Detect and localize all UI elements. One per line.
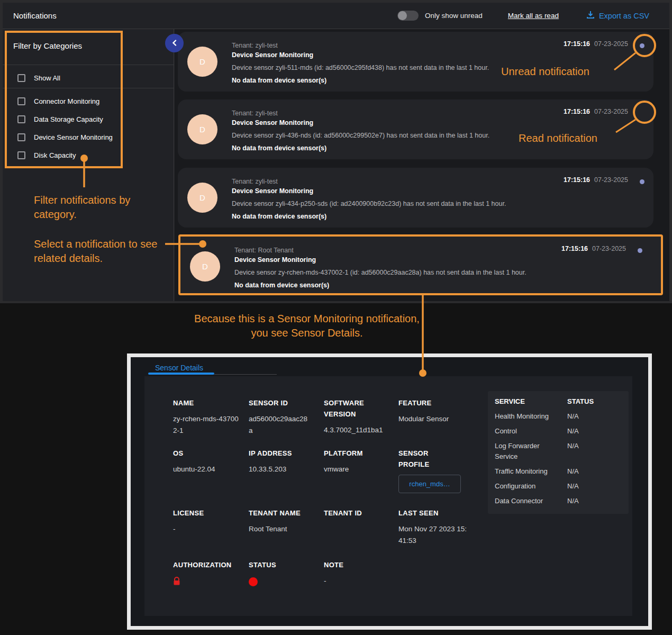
field-label: SENSOR ID <box>249 397 311 409</box>
lock-icon <box>173 577 247 588</box>
filter-connector-monitoring[interactable]: Connector Monitoring <box>17 95 99 107</box>
field-label: SOFTWARE VERSION <box>324 397 376 420</box>
show-all-checkbox[interactable] <box>17 74 25 82</box>
notification-date: 07-23-2025 <box>594 40 628 48</box>
unread-indicator-dot <box>640 43 644 48</box>
field-feature: FEATURE Modular Sensor <box>398 397 473 425</box>
active-tab-underline <box>148 373 214 375</box>
annotation-unread-notification: Unread notification <box>501 65 617 79</box>
service-name: Traffic Monitoring <box>495 466 561 477</box>
field-label: LICENSE <box>173 507 242 519</box>
field-status: STATUS <box>249 559 312 586</box>
field-ip-address: IP ADDRESS 10.33.5.203 <box>249 448 317 475</box>
filter-disk-capacity[interactable]: Disk Capacity <box>17 149 76 161</box>
category-label: Disk Capacity <box>34 151 76 159</box>
notification-date: 07-23-2025 <box>594 108 628 115</box>
show-all-label: Show All <box>34 74 60 82</box>
field-license: LICENSE - <box>173 507 242 535</box>
field-platform: PLATFORM vmware <box>324 448 387 475</box>
field-last-seen: LAST SEEN Mon Nov 27 2023 15:41:53 <box>398 507 468 547</box>
field-label: STATUS <box>249 559 312 570</box>
service-status: N/A <box>567 411 579 422</box>
service-table-header: SERVICE STATUS <box>495 396 629 407</box>
field-value: 4.3.7002_11d1ba1 <box>324 424 376 436</box>
field-label: NAME <box>173 397 242 409</box>
export-csv-label: Export as CSV <box>599 12 649 20</box>
sensor-profile-link[interactable]: rchen_mds… <box>398 475 461 493</box>
service-status-table: SERVICE STATUS Health Monitoring N/A Con… <box>488 391 629 514</box>
filter-show-all[interactable]: Show All <box>17 72 60 84</box>
field-name: NAME zy-rchen-mds-437002-1 <box>173 397 242 437</box>
disk-capacity-checkbox[interactable] <box>17 151 25 159</box>
field-value: zy-rchen-mds-437002-1 <box>173 413 242 437</box>
service-row: Health Monitoring N/A <box>495 411 629 422</box>
filter-device-sensor-monitoring[interactable]: Device Sensor Monitoring <box>17 131 113 143</box>
mark-all-as-read-link[interactable]: Mark all as read <box>508 12 559 20</box>
notification-timestamp: 17:15:16 07-23-2025 <box>564 40 628 48</box>
divider <box>3 65 174 65</box>
field-value: - <box>173 523 242 535</box>
field-label: TENANT ID <box>324 507 387 519</box>
export-csv-button[interactable]: Export as CSV <box>586 11 649 21</box>
field-value: vmware <box>324 464 387 475</box>
notification-row-2[interactable]: D Tenant: zyli-test Device Sensor Monito… <box>178 99 653 159</box>
notification-row-1[interactable]: D Tenant: zyli-test Device Sensor Monito… <box>178 32 653 92</box>
annotation-filter-by-category: Filter notifications by category. <box>34 193 140 222</box>
service-status: N/A <box>567 466 579 477</box>
toggle-knob <box>398 11 407 20</box>
category-label: Device Sensor Monitoring <box>34 133 113 141</box>
notification-row-4-selected[interactable]: D Tenant: Root Tenant Device Sensor Moni… <box>178 234 663 295</box>
collapse-sidebar-button[interactable] <box>165 34 184 52</box>
connector-monitoring-checkbox[interactable] <box>17 97 25 105</box>
field-label: NOTE <box>324 559 387 570</box>
divider <box>3 88 174 88</box>
avatar: D <box>187 114 217 144</box>
tab-sensor-details[interactable]: Sensor Details <box>155 364 203 372</box>
header-controls: Only show unread Mark all as read Export… <box>397 11 649 21</box>
service-status: N/A <box>567 441 579 462</box>
field-label: LAST SEEN <box>398 507 468 519</box>
category-label: Data Storage Capacity <box>34 115 103 123</box>
data-storage-capacity-checkbox[interactable] <box>17 115 25 123</box>
field-value: Mon Nov 27 2023 15:41:53 <box>398 523 468 547</box>
service-column-header: SERVICE <box>495 396 561 407</box>
field-label: SENSOR PROFILE <box>398 448 443 470</box>
service-name: Control <box>495 426 561 437</box>
sensor-details-panel: Sensor Details NAME zy-rchen-mds-437002-… <box>127 353 652 630</box>
field-value: ad56000c29aac28a <box>249 413 311 437</box>
field-label: FEATURE <box>398 397 473 409</box>
avatar: D <box>190 251 220 282</box>
service-row: Control N/A <box>495 426 629 437</box>
device-sensor-monitoring-checkbox[interactable] <box>17 133 25 141</box>
field-os: OS ubuntu-22.04 <box>173 448 242 475</box>
annotation-select-notification: Select a notification to see related det… <box>34 237 166 266</box>
filter-data-storage-capacity[interactable]: Data Storage Capacity <box>17 113 103 125</box>
field-tenant-name: TENANT NAME Root Tenant <box>249 507 317 535</box>
field-value: Root Tenant <box>249 523 317 535</box>
field-tenant-id: TENANT ID <box>324 507 387 523</box>
annotation-read-notification: Read notification <box>519 131 635 146</box>
service-status: N/A <box>567 496 579 506</box>
field-authorization: AUTHORIZATION <box>173 559 247 588</box>
notification-timestamp: 17:15:16 07-23-2025 <box>564 108 628 115</box>
service-status: N/A <box>567 481 579 492</box>
avatar: D <box>187 183 217 213</box>
field-value: 10.33.5.203 <box>249 464 317 475</box>
field-label: AUTHORIZATION <box>173 559 247 570</box>
unread-indicator-dot <box>638 248 642 253</box>
service-row: Log Forwarder Service N/A <box>495 441 629 462</box>
only-show-unread-label: Only show unread <box>425 12 483 20</box>
unread-indicator-dot <box>640 179 644 184</box>
only-show-unread-toggle[interactable] <box>397 11 419 21</box>
page: Notifications Only show unread Mark all … <box>0 0 672 635</box>
service-row: Data Connector N/A <box>495 496 629 506</box>
notification-row-3[interactable]: D Tenant: zyli-test Device Sensor Monito… <box>178 168 653 228</box>
notification-summary: No data from device sensor(s) <box>234 282 650 289</box>
notification-category: Device Sensor Monitoring <box>232 119 643 126</box>
status-red-dot <box>249 577 258 586</box>
field-software-version: SOFTWARE VERSION 4.3.7002_11d1ba1 <box>324 397 376 436</box>
field-value: ubuntu-22.04 <box>173 464 242 475</box>
notification-date: 07-23-2025 <box>594 176 628 184</box>
service-row: Configuration N/A <box>495 481 629 492</box>
notification-text: Tenant: Root Tenant Device Sensor Monito… <box>234 247 650 289</box>
